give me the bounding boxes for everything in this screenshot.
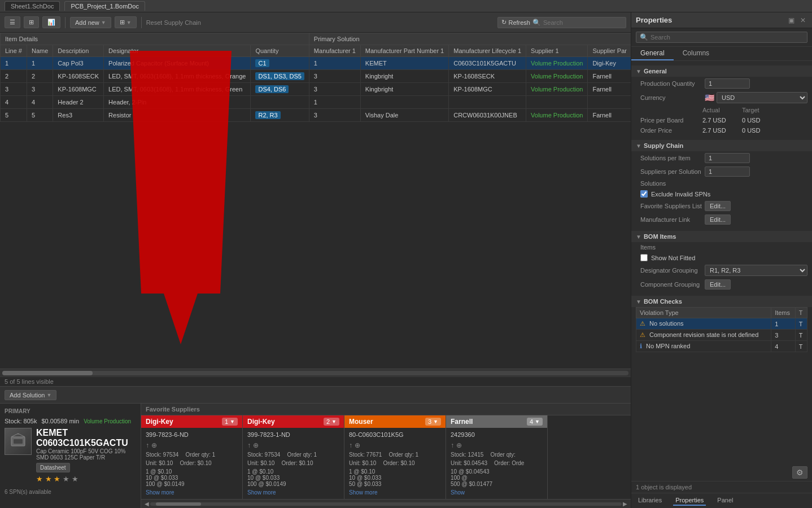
footer-tab-panel[interactable]: Panel: [715, 496, 735, 506]
manufacturer-link-edit-button[interactable]: Edit...: [705, 214, 731, 225]
show-more-link[interactable]: Show: [451, 489, 543, 496]
table-row[interactable]: 4 4 Header 2 Header, 2-Pin 1 ⚠: [1, 96, 631, 109]
footer-tab-properties[interactable]: Properties: [673, 496, 706, 506]
designator-grouping-select[interactable]: R1, R2, R3: [705, 265, 807, 276]
supplier-card[interactable]: Digi-Key 1 ▼ 399-7823-6-ND ↑ ⊕ Stock: 97…: [141, 415, 243, 499]
bom-check-row[interactable]: ℹ No MPN ranked 4 T: [636, 341, 807, 352]
tab-columns[interactable]: Columns: [674, 47, 718, 60]
bom-check-row[interactable]: ⚠ No solutions 1 T: [636, 318, 807, 330]
supplier-scrollbar[interactable]: ◀ ▶: [141, 499, 631, 508]
price-break: 100 @: [451, 475, 543, 481]
properties-search-input[interactable]: [651, 34, 763, 41]
search-icon: 🔍: [640, 33, 648, 41]
table-row[interactable]: 3 3 KP-1608MGC LED, SMT, 0603(1608), 1.1…: [1, 83, 631, 96]
link-icon[interactable]: ⊕: [253, 441, 259, 449]
table-row[interactable]: 1 1 Cap Pol3 Polarized Capacitor (Surfac…: [1, 57, 631, 70]
star-3: ★: [54, 475, 60, 483]
link-icon[interactable]: ⊕: [151, 441, 157, 449]
hamburger-menu-button[interactable]: ☰: [5, 16, 20, 28]
supplier-card-body: 399-7823-6-ND ↑ ⊕ Stock: 97534 Order qty…: [141, 428, 242, 499]
datasheet-button[interactable]: Datasheet: [36, 463, 70, 472]
svg-line-3: [18, 433, 25, 437]
add-new-button[interactable]: Add new ▼: [70, 17, 111, 28]
bom-check-row[interactable]: ⚠ Component revision state is not define…: [636, 330, 807, 341]
show-not-fitted-checkbox[interactable]: [640, 254, 648, 261]
cell-part-number: KP-1608SECK: [449, 70, 526, 83]
show-more-link[interactable]: Show more: [146, 489, 238, 496]
chart-button[interactable]: 📊: [42, 16, 60, 28]
upload-icon[interactable]: ↑: [146, 441, 149, 449]
supplier-card[interactable]: Farnell 4 ▼ 2429360 ↑ ⊕ Stock: 12415 Ord…: [446, 415, 548, 499]
component-grouping-edit-button[interactable]: Edit...: [705, 279, 731, 290]
supplier-stock-row: Stock: 12415 Order qty:: [451, 452, 543, 458]
cell-supplier: Farnell: [588, 83, 631, 96]
pin-button[interactable]: ▣: [787, 16, 796, 24]
star-1: ★: [36, 475, 43, 483]
supplier-price-breaks: 1 @ $0.1010 @ $0.033100 @ $0.0149: [146, 468, 238, 487]
search-input[interactable]: [543, 19, 622, 26]
add-solution-button[interactable]: Add Solution ▼: [5, 390, 56, 400]
tab-schematic[interactable]: Sheet1.SchDoc: [5, 1, 60, 11]
price-break: 10 @ $0.033: [146, 475, 238, 481]
supplier-card[interactable]: Mouser 3 ▼ 80-C0603C101K5G ↑ ⊕ Stock: 77…: [344, 415, 446, 499]
supplier-scroll-track[interactable]: [150, 502, 622, 506]
cell-designator: R2, R3: [251, 109, 309, 122]
upload-icon[interactable]: ↑: [451, 441, 454, 449]
table-row[interactable]: 2 2 KP-1608SECK LED, SMT, 0603(1608), 1.…: [1, 70, 631, 83]
exclude-invalid-checkbox[interactable]: [640, 190, 648, 198]
bom-items-section-header[interactable]: ▼ BOM Items: [631, 231, 812, 242]
scroll-track[interactable]: [2, 371, 628, 375]
gear-button[interactable]: ⚙: [792, 466, 807, 479]
supplier-scroll-thumb[interactable]: [156, 502, 201, 506]
order-price-target: 0 USD: [742, 127, 782, 134]
price-break: 10 @ $0.04543: [451, 468, 543, 475]
col-manufacturer: Manufacturer 1: [309, 45, 360, 57]
supplier-card[interactable]: Digi-Key 2 ▼ 399-7823-1-ND ↑ ⊕ Stock: 97…: [243, 415, 344, 499]
tab-general[interactable]: General: [631, 47, 674, 60]
show-more-link[interactable]: Show more: [349, 489, 441, 496]
scroll-thumb[interactable]: [2, 371, 93, 375]
cell-quantity: 1: [309, 96, 360, 109]
view-toggle-button[interactable]: ⊞: [24, 16, 39, 28]
columns-button[interactable]: ⊞ ▼: [115, 16, 137, 28]
properties-search-box[interactable]: 🔍: [636, 32, 807, 43]
manufacturer-part-panel: PRIMARY Stock: 805k $0.00589 min Volume …: [0, 404, 141, 508]
footer-tab-libraries[interactable]: Libraries: [636, 496, 664, 506]
refresh-button[interactable]: ↻ Refresh: [501, 19, 530, 26]
supply-chain-section-header[interactable]: ▼ Supply Chain: [631, 140, 812, 151]
bom-checks-section-header[interactable]: ▼ BOM Checks: [631, 296, 812, 307]
show-more-link[interactable]: Show more: [247, 489, 339, 496]
solutions-per-item-input[interactable]: [705, 153, 750, 163]
favorite-suppliers-header: Favorite Suppliers: [141, 404, 631, 415]
suppliers-per-solution-input[interactable]: [705, 167, 750, 177]
price-break: 10 @ $0.033: [349, 475, 441, 481]
mfr-img-row: KEMET C0603C101K5GACTU Cap Ceramic 100pF…: [5, 428, 136, 483]
supplier-card-header: Farnell 4 ▼: [446, 415, 547, 428]
cell-line: 1: [1, 57, 27, 70]
close-button[interactable]: ✕: [798, 16, 807, 24]
mfr-primary-label: PRIMARY: [5, 408, 136, 414]
upload-icon[interactable]: ↑: [247, 441, 251, 449]
item-details-header: Item Details: [1, 33, 309, 45]
currency-select[interactable]: USD: [717, 92, 807, 103]
link-icon[interactable]: ⊕: [456, 441, 462, 449]
tab-bom[interactable]: PCB_Project_1.BomDoc: [64, 1, 145, 11]
search-box[interactable]: ↻ Refresh 🔍: [497, 17, 626, 28]
favorite-suppliers-edit-button[interactable]: Edit...: [705, 201, 731, 211]
horizontal-scrollbar[interactable]: [0, 369, 631, 376]
component-grouping-row: Component Grouping Edit...: [631, 278, 812, 291]
general-section-header[interactable]: ▼ General: [631, 65, 812, 77]
scroll-right-arrow[interactable]: ▶: [622, 501, 628, 507]
production-quantity-input[interactable]: [705, 78, 750, 89]
supplier-count: 4 ▼: [527, 418, 543, 426]
footer-tabs: Libraries Properties Panel: [631, 493, 812, 508]
cell-supplier: Farnell: [588, 109, 631, 122]
title-bar: Sheet1.SchDoc PCB_Project_1.BomDoc: [0, 0, 812, 12]
table-row[interactable]: 5 5 Res3 Resistor R2, R3 3 Vishay Dale C…: [1, 109, 631, 122]
star-2: ★: [45, 475, 52, 483]
scroll-left-arrow[interactable]: ◀: [143, 501, 150, 507]
upload-icon[interactable]: ↑: [349, 441, 352, 449]
cell-manufacturer: Kingbright: [360, 83, 448, 96]
supplier-card-header: Digi-Key 1 ▼: [141, 415, 242, 428]
link-icon[interactable]: ⊕: [355, 441, 360, 449]
